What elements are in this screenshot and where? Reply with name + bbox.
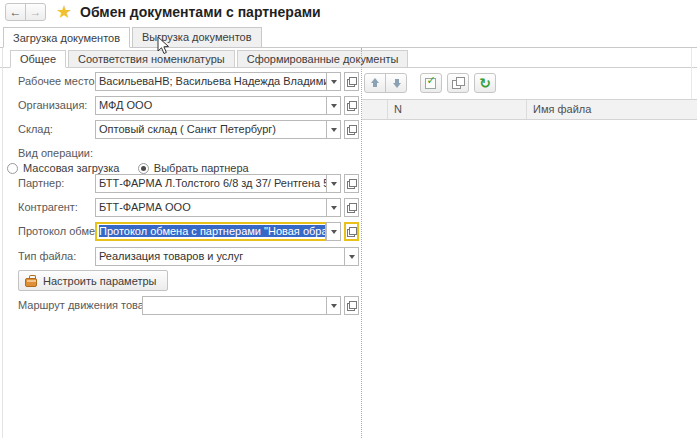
check-all-button[interactable] <box>420 73 442 93</box>
open-link-icon <box>347 301 357 311</box>
protocol-open-button[interactable] <box>344 222 359 241</box>
tab-nomenclature-matching[interactable]: Соответствия номенклатуры <box>68 50 235 67</box>
refresh-icon: ↻ <box>479 76 491 90</box>
organization-open-button[interactable] <box>344 96 359 115</box>
check-all-icon <box>425 77 438 89</box>
operation-kind-radio-group: Массовая загрузка Выбрать партнера <box>7 158 249 173</box>
file-table-select-column-header[interactable] <box>362 100 388 119</box>
route-field-group <box>142 296 359 315</box>
move-down-button[interactable] <box>385 73 407 93</box>
file-table-number-column-header[interactable]: N <box>388 100 527 119</box>
configure-parameters-button[interactable]: Настроить параметры <box>18 270 168 291</box>
protocol-input[interactable]: Протокол обмена с партнерами "Новая обра… <box>95 222 327 241</box>
move-up-button[interactable] <box>364 73 386 93</box>
filetype-input[interactable]: Реализация товаров и услуг <box>95 247 345 266</box>
route-open-button[interactable] <box>344 296 359 315</box>
tab-load-documents[interactable]: Загрузка документов <box>3 27 130 48</box>
workplace-input[interactable]: ВасильеваНВ; Васильева Надежда Владимиро… <box>95 72 327 91</box>
page-left-border <box>2 48 3 438</box>
route-dropdown-button[interactable] <box>326 296 341 315</box>
page-title: Обмен документами с партнерами <box>80 4 321 20</box>
open-link-icon <box>347 179 357 189</box>
warehouse-open-button[interactable] <box>344 120 359 139</box>
arrow-down-icon <box>392 78 401 88</box>
filetype-label: Тип файла: <box>18 247 76 266</box>
open-link-icon <box>347 227 357 237</box>
back-icon: ← <box>10 5 22 19</box>
radio-mass-load-label: Массовая загрузка <box>23 162 119 174</box>
arrow-up-icon <box>371 78 380 88</box>
open-link-icon <box>347 203 357 213</box>
organization-label: Организация: <box>18 96 87 115</box>
tab-general[interactable]: Общее <box>10 50 66 68</box>
protocol-dropdown-button[interactable] <box>326 222 341 241</box>
counterparty-dropdown-button[interactable] <box>326 198 341 217</box>
warehouse-input[interactable]: Оптовый склад ( Санкт Петербург) <box>95 120 327 139</box>
file-table-filename-column-header[interactable]: Имя файла <box>527 100 697 119</box>
uncheck-all-button[interactable] <box>447 73 469 93</box>
file-table-body[interactable] <box>362 120 697 438</box>
mouse-cursor <box>157 36 170 55</box>
counterparty-label: Контрагент: <box>18 198 78 217</box>
workplace-field-group: ВасильеваНВ; Васильева Надежда Владимиро… <box>95 72 359 91</box>
back-button[interactable]: ← <box>5 3 26 21</box>
tab-unload-documents[interactable]: Выгрузка документов <box>132 27 262 47</box>
radio-mass-load[interactable] <box>7 163 18 174</box>
inner-tab-strip: Общее Соответствия номенклатуры Сформиро… <box>0 50 697 68</box>
uncheck-all-icon <box>452 77 465 89</box>
file-table-header: N Имя файла <box>362 99 697 120</box>
protocol-selected-text: Протокол обмена с партнерами "Новая обра… <box>99 225 327 237</box>
partner-input[interactable]: БТТ-ФАРМА Л.Толстого 6/8 зд 37/ Рентгена… <box>95 174 327 193</box>
radio-select-partner-label: Выбрать партнера <box>154 162 249 174</box>
warehouse-dropdown-button[interactable] <box>326 120 341 139</box>
protocol-field-group: Протокол обмена с партнерами "Новая обра… <box>95 222 359 241</box>
forward-icon: → <box>30 5 42 19</box>
organization-field-group: МФД ООО <box>95 96 359 115</box>
nav-history-group: ← → <box>5 3 46 21</box>
settings-case-icon <box>25 278 37 287</box>
filetype-field-group: Реализация товаров и услуг <box>95 247 359 266</box>
partner-label: Партнер: <box>18 174 64 193</box>
organization-input[interactable]: МФД ООО <box>95 96 327 115</box>
outer-tab-strip: Загрузка документов Выгрузка документов <box>0 26 697 48</box>
open-link-icon <box>347 125 357 135</box>
counterparty-input[interactable]: БТТ-ФАРМА ООО <box>95 198 327 217</box>
favorite-star-icon[interactable]: ★ <box>56 1 72 23</box>
partner-open-button[interactable] <box>344 174 359 193</box>
open-link-icon <box>347 101 357 111</box>
counterparty-field-group: БТТ-ФАРМА ООО <box>95 198 359 217</box>
workplace-open-button[interactable] <box>344 72 359 91</box>
partner-dropdown-button[interactable] <box>326 174 341 193</box>
refresh-button[interactable]: ↻ <box>474 73 496 93</box>
partner-field-group: БТТ-ФАРМА Л.Толстого 6/8 зд 37/ Рентгена… <box>95 174 359 193</box>
warehouse-field-group: Оптовый склад ( Санкт Петербург) <box>95 120 359 139</box>
organization-dropdown-button[interactable] <box>326 96 341 115</box>
workplace-label: Рабочее место: <box>18 72 98 91</box>
forward-button[interactable]: → <box>25 3 46 21</box>
configure-parameters-label: Настроить параметры <box>43 275 157 287</box>
radio-select-partner[interactable] <box>138 163 149 174</box>
route-input[interactable] <box>142 296 327 315</box>
open-link-icon <box>347 77 357 87</box>
tab-formed-documents[interactable]: Сформированные документы <box>237 50 409 67</box>
counterparty-open-button[interactable] <box>344 198 359 217</box>
warehouse-label: Склад: <box>18 120 53 139</box>
filetype-dropdown-button[interactable] <box>344 247 359 266</box>
workplace-dropdown-button[interactable] <box>326 72 341 91</box>
